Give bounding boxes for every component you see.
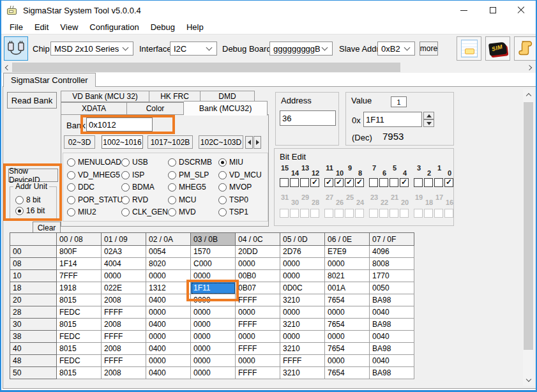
register-cell[interactable]: 8008	[370, 258, 414, 270]
row-header[interactable]: 40	[10, 343, 57, 355]
register-cell[interactable]: FFFF	[236, 319, 280, 331]
register-cell[interactable]: 0000	[236, 306, 280, 319]
register-cell[interactable]: 0000	[146, 355, 191, 367]
bit-checkbox-8[interactable]	[355, 178, 364, 187]
register-cell[interactable]: 0000	[280, 258, 325, 270]
register-cell[interactable]: BA98	[370, 343, 414, 355]
register-cell[interactable]: 3210	[280, 367, 325, 379]
register-cell[interactable]: 8015	[57, 294, 102, 306]
range-tab-02-3d[interactable]: 02~3D	[64, 135, 95, 149]
module-radio-rvd[interactable]: RVD	[121, 195, 148, 204]
row-header[interactable]: 10	[10, 270, 57, 282]
register-cell[interactable]: 20DD	[236, 246, 280, 258]
address-input[interactable]	[280, 110, 336, 126]
register-cell[interactable]: 00B0	[236, 270, 280, 282]
vertical-scrollbar-thumb[interactable]	[524, 102, 533, 350]
register-cell[interactable]: 0000	[280, 306, 325, 319]
register-cell[interactable]: 8015	[57, 367, 102, 379]
module-radio-mheg5[interactable]: MHEG5	[168, 183, 206, 192]
addr-unit-option-16-bit[interactable]: 16 bit	[15, 206, 45, 215]
bit-checkbox-9[interactable]	[345, 178, 354, 187]
module-radio-miu[interactable]: MIU	[218, 158, 243, 167]
bit-checkbox-7[interactable]	[369, 178, 378, 187]
register-cell[interactable]: 0050	[370, 282, 414, 294]
register-cell[interactable]: 3210	[280, 319, 325, 331]
column-header[interactable]: 04 / 0C	[236, 233, 280, 246]
bit-checkbox-3[interactable]	[414, 178, 423, 187]
register-cell[interactable]: 800F	[57, 246, 102, 258]
row-header[interactable]: 18	[10, 282, 57, 294]
register-cell[interactable]: 8020	[146, 258, 191, 270]
vertical-scrollbar[interactable]	[523, 89, 534, 386]
register-cell[interactable]: 4096	[370, 246, 414, 258]
register-cell[interactable]: 0D0C	[280, 282, 325, 294]
module-radio-vd-mcu[interactable]: VD_MCU	[218, 170, 262, 179]
show-deviceid-button[interactable]: Show DeviceID	[8, 169, 58, 182]
register-cell[interactable]: C000	[191, 258, 236, 270]
chip-select[interactable]: MSD 2x10 Series	[50, 41, 133, 56]
module-radio-mvd[interactable]: MVD	[168, 207, 196, 216]
menu-item-debug[interactable]: Debug	[145, 22, 181, 32]
scroll-left-button[interactable]	[1, 62, 12, 73]
register-cell[interactable]: FFFF	[236, 294, 280, 306]
module-radio-vd-mheg5[interactable]: VD_MHEG5	[67, 170, 120, 179]
register-cell[interactable]: 0400	[146, 343, 191, 355]
register-cell[interactable]: 7654	[325, 319, 370, 331]
usb-connect-button[interactable]	[4, 36, 28, 61]
module-radio-pm-slp[interactable]: PM_SLP	[168, 170, 209, 179]
scroll-down-button[interactable]	[523, 375, 534, 386]
module-radio-ddc[interactable]: DDC	[67, 183, 95, 192]
scroll-right-button[interactable]	[525, 62, 536, 73]
register-cell[interactable]: 2008	[102, 294, 146, 306]
module-radio-dscrmb[interactable]: DSCRMB	[168, 158, 212, 167]
module-radio-por-statu[interactable]: POR_STATU	[67, 195, 123, 204]
register-cell[interactable]: 0000	[146, 270, 191, 282]
register-cell[interactable]: 7654	[325, 294, 370, 306]
module-radio-tsp0[interactable]: TSP0	[218, 195, 248, 204]
register-cell[interactable]: 022E	[102, 282, 146, 294]
menu-item-file[interactable]: File	[4, 22, 29, 32]
bit-checkbox-0[interactable]	[444, 178, 453, 187]
read-bank-button[interactable]: Read Bank	[7, 92, 57, 109]
register-cell[interactable]: 7654	[325, 343, 370, 355]
register-cell[interactable]: 2008	[102, 319, 146, 331]
register-cell[interactable]: BA98	[370, 294, 414, 306]
scroll-up-button[interactable]	[523, 89, 534, 100]
module-radio-usb[interactable]: USB	[121, 158, 148, 167]
register-cell[interactable]: FEDC	[57, 355, 102, 367]
spinner-up-button[interactable]	[423, 112, 434, 119]
debug-board-select[interactable]: gggggggggB	[269, 41, 333, 56]
module-radio-bdma[interactable]: BDMA	[121, 183, 155, 192]
range-tab-1017-102b[interactable]: 1017~102B	[147, 135, 193, 149]
slave-addr-select[interactable]: 0xB2	[377, 41, 415, 56]
module-radio-mvop[interactable]: MVOP	[218, 183, 252, 192]
tab-xdata[interactable]: XDATA	[61, 102, 127, 115]
register-cell[interactable]: 0000	[191, 331, 236, 343]
register-cell[interactable]: E7E9	[325, 246, 370, 258]
register-cell[interactable]: 1770	[370, 270, 414, 282]
menu-item-configuration[interactable]: Configuration	[84, 22, 144, 32]
spinner-down-button[interactable]	[423, 119, 434, 127]
register-cell[interactable]: 2D76	[280, 246, 325, 258]
register-cell[interactable]: BA98	[370, 319, 414, 331]
register-cell[interactable]: 0040	[370, 355, 414, 367]
register-cell[interactable]: 0000	[325, 331, 370, 343]
bit-checkbox-5[interactable]	[390, 178, 398, 187]
register-cell[interactable]: 0000	[191, 306, 236, 319]
row-header[interactable]: 50	[10, 367, 57, 379]
row-header[interactable]: 30	[10, 319, 57, 331]
register-cell[interactable]: 0000	[191, 343, 236, 355]
range-tabs-prev-button[interactable]	[245, 136, 253, 149]
maximize-button[interactable]	[478, 1, 507, 20]
register-cell[interactable]: 0000	[191, 367, 236, 379]
tab-vd-bank-mcu-32[interactable]: VD Bank (MCU 32)	[61, 91, 149, 102]
register-cell[interactable]: 0000	[280, 331, 325, 343]
register-cell[interactable]: 0000	[146, 306, 191, 319]
register-cell[interactable]: 0000	[325, 355, 370, 367]
value-hex-input[interactable]	[363, 112, 422, 127]
range-tab-1002-1016[interactable]: 1002~1016	[102, 135, 143, 149]
register-cell[interactable]: 1F14	[57, 258, 102, 270]
tab-sigmastar-controller[interactable]: SigmaStar Controller	[3, 73, 96, 87]
bit-checkbox-15[interactable]	[280, 178, 289, 187]
range-tabs-next-button[interactable]	[253, 136, 261, 149]
